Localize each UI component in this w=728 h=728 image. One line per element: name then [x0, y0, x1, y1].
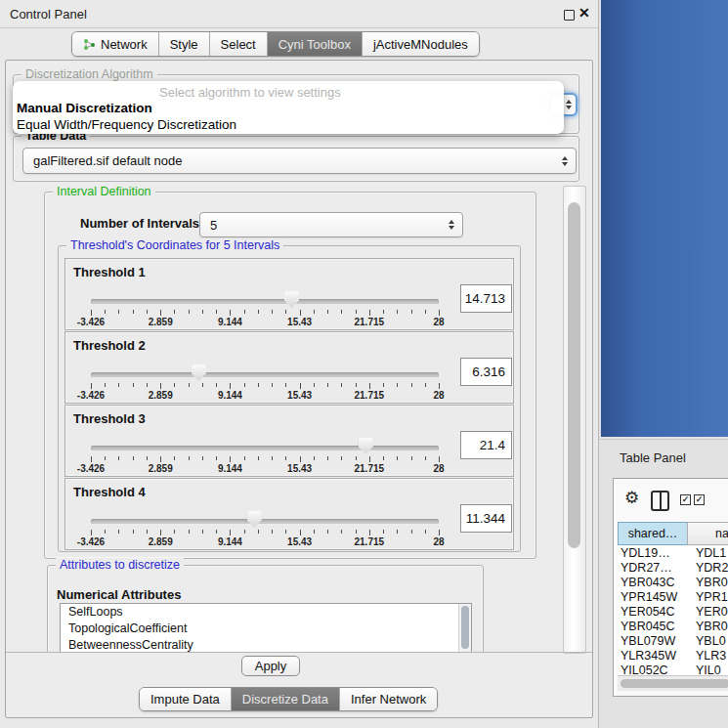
- column-header-1[interactable]: shared…: [618, 522, 688, 545]
- dropdown-option-manual-discretization[interactable]: Manual Discretization: [17, 101, 152, 115]
- cell-shared-name: YBL079W: [618, 634, 691, 649]
- cell-name: YPR1: [691, 590, 728, 605]
- number-of-intervals-label: Number of Intervals: [80, 216, 199, 231]
- cell-name: YBR0: [691, 576, 728, 590]
- scrollbar-thumb[interactable]: [568, 202, 580, 548]
- table-row[interactable]: YER054CYER0: [618, 605, 728, 620]
- tab-discretize-data[interactable]: Discretize Data: [232, 688, 340, 710]
- slider-tick: [425, 310, 426, 314]
- slider-tick: [105, 530, 106, 534]
- slider-tick: [244, 456, 245, 460]
- control-panel-titlebar: Control Panel ✕: [0, 0, 598, 28]
- slider-tick: [411, 530, 412, 534]
- tab-jactivemnodules[interactable]: jActiveMNodules: [363, 32, 479, 56]
- threshold-value-field[interactable]: 11.344: [460, 504, 512, 533]
- threshold-value-field[interactable]: 14.713: [460, 284, 512, 313]
- panel-title: Control Panel: [10, 7, 87, 21]
- number-of-intervals-value: 5: [210, 218, 217, 233]
- slider-tick-label: 28: [409, 390, 468, 401]
- panel-vertical-scrollbar[interactable]: [563, 186, 586, 654]
- numerical-attributes-list[interactable]: SelfLoopsTopologicalCoefficientBetweenne…: [60, 603, 472, 652]
- tab-infer-network[interactable]: Infer Network: [340, 688, 437, 710]
- list-item[interactable]: SelfLoops: [61, 604, 471, 621]
- slider-tick: [147, 310, 148, 314]
- slider-tick: [258, 310, 259, 314]
- algorithm-dropdown-popup: Select algorithm to view settings Manual…: [13, 81, 564, 134]
- checkbox-icon[interactable]: ✓: [694, 494, 705, 505]
- slider-tick: [397, 310, 398, 314]
- close-icon[interactable]: ✕: [578, 5, 590, 21]
- slider-tick: [327, 530, 328, 534]
- split-columns-icon[interactable]: [651, 491, 669, 511]
- checkbox-icon[interactable]: ✓: [680, 494, 691, 505]
- slider-tick-label: -3.426: [62, 390, 120, 401]
- slider-tick: [425, 456, 426, 460]
- list-item[interactable]: BetweennessCentrality: [61, 637, 471, 652]
- list-item[interactable]: TopologicalCoefficient: [61, 621, 471, 637]
- slider-tick: [341, 310, 342, 314]
- slider-tick-label: 28: [409, 317, 468, 327]
- slider-tick: [411, 310, 412, 314]
- table-row[interactable]: YLR345WYLR3: [618, 649, 728, 664]
- slider-track[interactable]: [91, 372, 439, 377]
- slider-tick: [133, 310, 134, 314]
- slider-tick: [425, 530, 426, 534]
- cell-shared-name: YIL052C: [618, 664, 691, 675]
- slider-tick: [439, 456, 440, 462]
- slider-tick: [258, 383, 259, 387]
- float-window-icon[interactable]: [564, 10, 575, 21]
- tab-network[interactable]: Network: [72, 32, 159, 56]
- apply-button[interactable]: Apply: [241, 656, 300, 676]
- threshold-value-field[interactable]: 6.316: [460, 358, 512, 386]
- table-row[interactable]: YIL052CYIL0: [618, 664, 728, 675]
- table-row[interactable]: YPR145WYPR1: [618, 590, 728, 605]
- table-row[interactable]: YDL19…YDL1: [618, 546, 728, 561]
- attributes-list-scrollbar[interactable]: [458, 604, 471, 652]
- slider-tick: [244, 530, 245, 534]
- slider-tick-label: 2.859: [131, 463, 190, 474]
- table-horizontal-scrollbar[interactable]: [618, 675, 728, 691]
- slider-thumb[interactable]: [192, 364, 206, 381]
- cell-shared-name: YLR345W: [618, 649, 691, 664]
- threshold-label: Threshold 2: [73, 338, 146, 353]
- slider-tick: [369, 456, 370, 462]
- slider-tick: [285, 383, 286, 387]
- tab-style[interactable]: Style: [159, 32, 210, 56]
- table-row[interactable]: YBR045CYBR0: [618, 620, 728, 634]
- slider-tick: [189, 310, 190, 314]
- threshold-label: Threshold 1: [73, 265, 146, 279]
- tab-impute-data[interactable]: Impute Data: [140, 688, 232, 710]
- slider-thumb[interactable]: [284, 291, 299, 308]
- slider-tick-label: 28: [409, 463, 468, 474]
- gear-icon[interactable]: ⚙: [624, 490, 639, 506]
- scrollbar-thumb[interactable]: [461, 606, 469, 649]
- threshold-value-field[interactable]: 21.4: [460, 431, 512, 459]
- slider-thumb[interactable]: [359, 438, 373, 454]
- slider-tick: [244, 310, 245, 314]
- slider-tick: [397, 456, 398, 460]
- dropdown-option-equal-width-frequency[interactable]: Equal Width/Frequency Discretization: [17, 117, 236, 132]
- tab-label: Style: [170, 37, 198, 52]
- table-data-combo[interactable]: galFiltered.sif default node: [22, 148, 577, 174]
- tab-cyni-toolbox[interactable]: Cyni Toolbox: [268, 32, 363, 56]
- number-of-intervals-combo[interactable]: 5: [199, 212, 463, 237]
- slider-tick: [230, 456, 231, 462]
- table-row[interactable]: YBL079WYBL0: [618, 634, 728, 649]
- table-panel-title: Table Panel: [620, 450, 686, 465]
- threshold-row: Threshold 4-3.4262.8599.14415.4321.71528…: [64, 478, 514, 550]
- scrollbar-thumb[interactable]: [621, 679, 728, 688]
- slider-tick: [314, 456, 315, 460]
- cell-name: YIL0: [691, 664, 728, 675]
- slider-tick: [202, 530, 203, 534]
- slider-track[interactable]: [91, 519, 439, 524]
- slider-track[interactable]: [91, 446, 439, 450]
- table-row[interactable]: YDR27…YDR2: [618, 561, 728, 576]
- slider-tick: [202, 383, 203, 387]
- table-row[interactable]: YBR043CYBR0: [618, 576, 728, 590]
- slider-tick: [174, 310, 175, 314]
- slider-track[interactable]: [91, 299, 439, 304]
- slider-thumb[interactable]: [247, 511, 262, 528]
- column-header-2[interactable]: na: [687, 522, 728, 545]
- slider-tick: [356, 383, 357, 387]
- tab-select[interactable]: Select: [210, 32, 268, 56]
